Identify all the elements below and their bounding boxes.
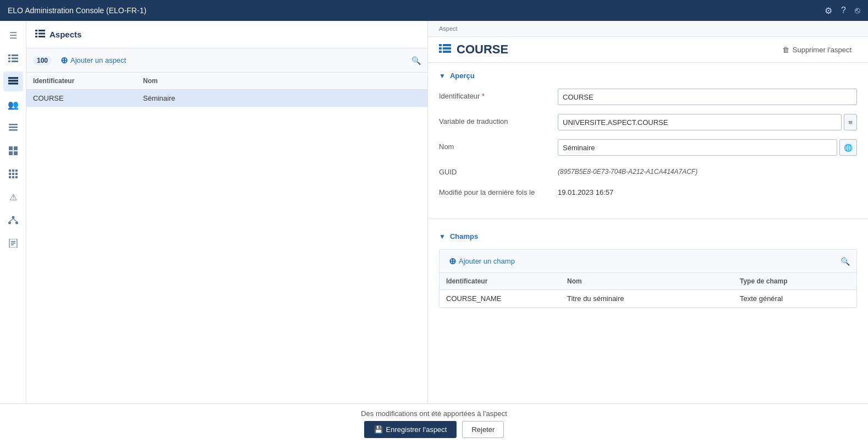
nom-row: Nom 🌐	[439, 139, 857, 156]
aspect-name-cell: Séminaire	[143, 94, 421, 102]
nom-input[interactable]	[558, 139, 837, 156]
svg-rect-21	[15, 173, 18, 175]
svg-rect-16	[9, 169, 11, 172]
aspect-title: COURSE	[457, 42, 508, 57]
table-row[interactable]: COURSE Séminaire	[26, 90, 427, 107]
sidebar-item-warning[interactable]: ⚠	[3, 187, 23, 207]
svg-rect-23	[12, 176, 14, 178]
identificateur-input[interactable]	[558, 89, 857, 105]
aspects-col-header-name: Nom	[143, 77, 421, 85]
svg-point-25	[12, 216, 14, 219]
svg-rect-1	[12, 54, 18, 56]
save-label: Enregistrer l'aspect	[386, 425, 447, 434]
reject-button[interactable]: Rejeter	[462, 421, 504, 438]
variable-traduction-row: Variable de traduction ≡	[439, 114, 857, 130]
sidebar-item-matrix[interactable]	[3, 164, 23, 184]
svg-rect-8	[8, 83, 18, 85]
modified-value: 19.01.2023 16:57	[558, 185, 613, 196]
aspects-toolbar: 100 ⊕ Ajouter un aspect 🔍	[26, 48, 427, 73]
identificateur-label: Identificateur *	[439, 89, 549, 100]
nom-control: 🌐	[558, 139, 857, 156]
svg-line-28	[9, 219, 13, 222]
svg-rect-10	[9, 127, 18, 128]
guid-label: GUID	[439, 165, 549, 176]
bottom-actions: 💾 Enregistrer l'aspect Rejeter	[364, 421, 504, 438]
help-icon[interactable]: ?	[841, 6, 846, 15]
apercu-section-header[interactable]: ▼ Aperçu	[439, 72, 857, 80]
add-aspect-button[interactable]: ⊕ Ajouter un aspect	[57, 53, 129, 68]
plus-circle-icon: ⊕	[61, 55, 68, 65]
svg-rect-6	[8, 77, 18, 79]
svg-rect-36	[35, 32, 37, 34]
save-icon: 💾	[374, 425, 383, 434]
svg-rect-2	[8, 58, 10, 59]
main-layout: ☰ 👥	[0, 21, 868, 443]
sidebar-item-aspects[interactable]	[3, 72, 23, 91]
sidebar-item-grid[interactable]	[3, 141, 23, 161]
champs-search-icon[interactable]: 🔍	[840, 257, 850, 266]
svg-rect-3	[12, 58, 18, 59]
apercu-chevron-icon: ▼	[439, 72, 446, 80]
svg-line-29	[13, 219, 17, 222]
champs-toolbar: ⊕ Ajouter un champ 🔍	[439, 249, 857, 272]
aspects-search-icon[interactable]: 🔍	[411, 56, 421, 65]
variable-traduction-control: ≡	[558, 114, 857, 130]
champ-col-header-id: Identificateur	[446, 277, 567, 285]
svg-rect-41	[443, 44, 451, 46]
champ-col-header-name: Nom	[567, 277, 740, 285]
svg-rect-13	[14, 146, 18, 150]
variable-traduction-list-button[interactable]: ≡	[844, 114, 857, 130]
svg-rect-15	[14, 151, 18, 155]
nom-label: Nom	[439, 139, 549, 151]
app-title: ELO Administration Console (ELO-FR-1)	[8, 6, 146, 15]
svg-rect-33	[11, 244, 14, 245]
champ-name-cell: Titre du séminaire	[567, 294, 740, 303]
add-field-button[interactable]: ⊕ Ajouter un champ	[446, 254, 518, 268]
champs-section-header[interactable]: ▼ Champs	[439, 232, 857, 240]
svg-rect-40	[439, 44, 442, 46]
identificateur-required: *	[482, 92, 485, 100]
delete-aspect-button[interactable]: 🗑 Supprimer l'aspect	[777, 43, 857, 57]
sidebar-item-listview[interactable]	[3, 48, 23, 68]
svg-rect-37	[39, 32, 45, 34]
svg-rect-9	[9, 124, 18, 125]
modified-row: Modifié pour la dernière fois le 19.01.2…	[439, 185, 857, 196]
nom-translate-button[interactable]: 🌐	[839, 139, 857, 156]
champs-section-label: Champs	[450, 232, 478, 240]
svg-rect-4	[8, 61, 10, 62]
aspects-table-header: Identificateur Nom	[26, 73, 427, 90]
logout-icon[interactable]: ⎋	[855, 6, 860, 15]
detail-title-bar: COURSE 🗑 Supprimer l'aspect	[428, 37, 868, 63]
champ-row[interactable]: COURSE_NAME Titre du séminaire Texte gén…	[440, 290, 856, 308]
champs-section: ▼ Champs ⊕ Ajouter un champ 🔍 Identifica…	[428, 223, 868, 317]
svg-rect-34	[35, 30, 37, 31]
save-button[interactable]: 💾 Enregistrer l'aspect	[364, 421, 457, 438]
aspect-id-cell: COURSE	[33, 94, 143, 102]
svg-rect-45	[443, 51, 451, 53]
detail-panel: Aspect COURSE 🗑 Supprimer l'as	[428, 21, 868, 443]
svg-rect-24	[15, 176, 18, 178]
sidebar-item-tasks[interactable]	[3, 118, 23, 138]
variable-traduction-input[interactable]	[558, 114, 842, 130]
sidebar-item-report[interactable]	[3, 233, 23, 253]
svg-rect-44	[439, 51, 442, 53]
identificateur-row: Identificateur *	[439, 89, 857, 105]
champs-table: Identificateur Nom Type de champ COURSE_…	[439, 272, 857, 308]
aspects-table: Identificateur Nom COURSE Séminaire	[26, 73, 427, 443]
svg-rect-31	[11, 241, 15, 242]
gear-icon[interactable]: ⚙	[825, 6, 832, 16]
sidebar-item-network[interactable]	[3, 210, 23, 230]
sidebar-item-users[interactable]: 👥	[3, 95, 23, 114]
apercu-section-label: Aperçu	[450, 72, 475, 80]
champ-col-header-type: Type de champ	[740, 277, 850, 285]
svg-rect-43	[443, 47, 451, 50]
aspects-header: Aspects	[26, 21, 427, 48]
svg-rect-12	[9, 146, 13, 150]
svg-rect-17	[12, 169, 14, 172]
delete-aspect-label: Supprimer l'aspect	[793, 46, 851, 54]
sidebar-item-menu[interactable]: ☰	[3, 25, 23, 45]
svg-rect-5	[12, 61, 18, 62]
variable-traduction-label: Variable de traduction	[439, 114, 549, 125]
topbar: ELO Administration Console (ELO-FR-1) ⚙ …	[0, 0, 868, 21]
aspect-title-icon	[439, 44, 451, 56]
